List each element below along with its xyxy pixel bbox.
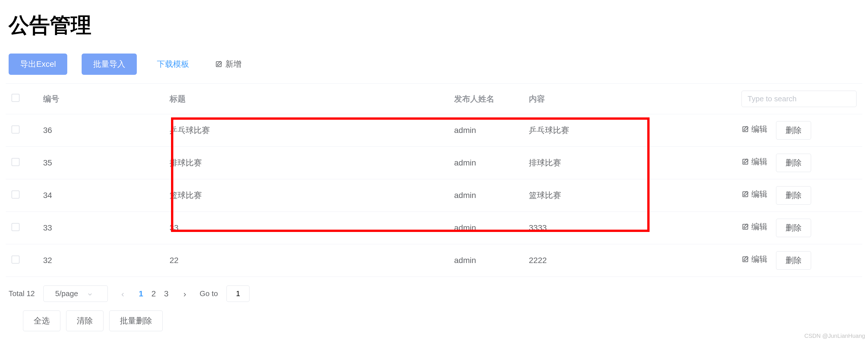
add-button[interactable]: 新增: [209, 54, 247, 75]
watermark: CSDN @JunLianHuang: [804, 333, 865, 337]
edit-icon: [742, 158, 749, 166]
pager: 123: [116, 287, 191, 300]
cell-publisher: admin: [448, 179, 523, 212]
edit-button[interactable]: 编辑: [742, 221, 767, 232]
cell-publisher: admin: [448, 114, 523, 147]
edit-button-label: 编辑: [751, 156, 767, 167]
page-number-3[interactable]: 3: [160, 287, 173, 300]
page-number-2[interactable]: 2: [148, 287, 160, 300]
cell-publisher: admin: [448, 244, 523, 277]
chevron-down-icon: [87, 291, 93, 297]
delete-button[interactable]: 删除: [776, 186, 811, 205]
edit-icon: [742, 191, 749, 198]
add-button-label: 新增: [225, 59, 242, 69]
next-page-button[interactable]: [179, 287, 191, 300]
page-size-select[interactable]: 5/page: [43, 285, 108, 302]
cell-title: 篮球比赛: [164, 179, 448, 212]
batch-delete-button[interactable]: 批量删除: [109, 311, 163, 331]
edit-button-label: 编辑: [751, 189, 767, 200]
download-template-button[interactable]: 下载模板: [151, 54, 195, 75]
toolbar: 导出Excel 批量导入 下载模板 新增: [6, 54, 862, 75]
cell-content: 篮球比赛: [523, 179, 736, 212]
cell-id: 33: [29, 212, 164, 244]
batch-import-button[interactable]: 批量导入: [82, 54, 137, 75]
select-all-checkbox[interactable]: [11, 94, 20, 102]
edit-button[interactable]: 编辑: [742, 156, 767, 167]
cell-title: 乒乓球比赛: [164, 114, 448, 147]
delete-button[interactable]: 删除: [776, 121, 811, 140]
search-input[interactable]: [742, 91, 857, 107]
edit-button-label: 编辑: [751, 221, 767, 232]
edit-button-label: 编辑: [751, 124, 767, 135]
delete-button[interactable]: 删除: [776, 154, 811, 172]
cell-id: 35: [29, 147, 164, 179]
clear-selection-button[interactable]: 清除: [66, 311, 103, 331]
edit-button[interactable]: 编辑: [742, 189, 767, 200]
page-size-label: 5/page: [55, 289, 78, 298]
row-checkbox[interactable]: [11, 158, 20, 166]
cell-id: 34: [29, 179, 164, 212]
cell-title: 排球比赛: [164, 147, 448, 179]
cell-content: 2222: [523, 244, 736, 277]
edit-icon: [742, 223, 749, 230]
edit-button-label: 编辑: [751, 254, 767, 265]
col-header-actions: [736, 84, 862, 114]
chevron-right-icon: [182, 291, 188, 297]
delete-button[interactable]: 删除: [776, 219, 811, 237]
table-container: 编号 标题 发布人姓名 内容 36乒乓球比赛admin乒乓球比赛编辑删除35排球…: [6, 83, 862, 277]
cell-title: 22: [164, 244, 448, 277]
export-excel-button[interactable]: 导出Excel: [9, 54, 67, 75]
bulk-actions: 全选 清除 批量删除: [23, 311, 862, 331]
edit-button[interactable]: 编辑: [742, 124, 767, 135]
page-title: 公告管理: [9, 11, 862, 39]
goto-page-input[interactable]: [226, 285, 249, 302]
col-header-publisher: 发布人姓名: [448, 84, 523, 114]
table-row: 34篮球比赛admin篮球比赛编辑删除: [6, 179, 862, 212]
pagination-total: Total 12: [9, 289, 35, 298]
cell-id: 32: [29, 244, 164, 277]
pagination: Total 12 5/page 123 Go to: [9, 285, 862, 302]
table-row: 3222admin2222编辑删除: [6, 244, 862, 277]
cell-content: 乒乓球比赛: [523, 114, 736, 147]
chevron-left-icon: [120, 291, 126, 297]
select-all-button[interactable]: 全选: [23, 311, 60, 331]
edit-icon: [742, 125, 749, 133]
row-checkbox[interactable]: [11, 223, 20, 231]
table-row: 35排球比赛admin排球比赛编辑删除: [6, 147, 862, 179]
col-header-content: 内容: [523, 84, 736, 114]
edit-add-icon: [215, 60, 222, 68]
cell-title: 33: [164, 212, 448, 244]
row-checkbox[interactable]: [11, 191, 20, 199]
cell-publisher: admin: [448, 212, 523, 244]
cell-publisher: admin: [448, 147, 523, 179]
table-row: 3333admin3333编辑删除: [6, 212, 862, 244]
cell-id: 36: [29, 114, 164, 147]
edit-icon: [742, 256, 749, 263]
col-header-id: 编号: [29, 84, 164, 114]
row-checkbox[interactable]: [11, 125, 20, 134]
page-number-1[interactable]: 1: [135, 287, 148, 300]
table-row: 36乒乓球比赛admin乒乓球比赛编辑删除: [6, 114, 862, 147]
delete-button[interactable]: 删除: [776, 251, 811, 269]
row-checkbox[interactable]: [11, 256, 20, 263]
cell-content: 排球比赛: [523, 147, 736, 179]
announcement-table: 编号 标题 发布人姓名 内容 36乒乓球比赛admin乒乓球比赛编辑删除35排球…: [6, 83, 862, 277]
col-header-title: 标题: [164, 84, 448, 114]
edit-button[interactable]: 编辑: [742, 254, 767, 265]
cell-content: 3333: [523, 212, 736, 244]
goto-label: Go to: [200, 289, 218, 298]
prev-page-button[interactable]: [116, 287, 129, 300]
